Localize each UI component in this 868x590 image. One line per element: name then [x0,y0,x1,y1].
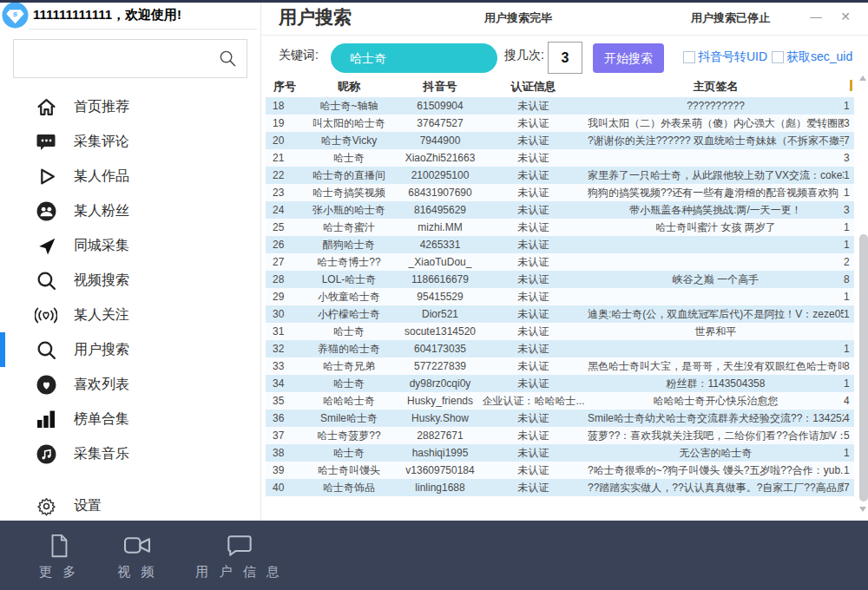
cell-clipped-value: 3 [844,204,854,216]
cell-nick: 哈士奇叫馒头 [297,463,401,478]
sidebar-item-video-search[interactable]: 视频搜索 [0,263,260,298]
cell-clipped-value: 1 [844,239,854,251]
sidebar-item-music[interactable]: 采集音乐 [0,436,260,471]
scroll-up-arrow-icon[interactable] [859,75,866,81]
search-toolbar: 关键词: 哈士奇 搜几次: 3 开始搜索 抖音号转UID 获取sec_uid [261,36,868,76]
cell-clipped-value: 1 [844,100,854,112]
bottombar-item-video[interactable]: 视 频 [117,531,157,580]
cell-nick: LOL-哈士奇 [297,272,401,287]
sidebar-item-likes[interactable]: 喜欢列表 [0,367,260,402]
cell-no: 40 [266,482,297,494]
sidebar-item-works[interactable]: 某人作品 [0,159,260,193]
table-row[interactable]: 25哈士奇蜜汁mizhi.MM未认证哈士奇叫蜜汁 女孩 两岁了1 [266,219,854,236]
cell-clipped-value: 1 [844,377,854,390]
table-row[interactable]: 32养猫的哈士奇604173035未认证1 [266,340,854,357]
column-header: 主页签名 [588,79,844,95]
table-row[interactable]: 20哈士奇Vicky7944900未认证?谢谢你的关注?????? 双血统哈士奇… [266,132,854,149]
keyword-input[interactable]: 哈士奇 [331,43,497,73]
table-row[interactable]: 36Smile哈士奇Husky.Show未认证Smile哈士奇幼犬哈士奇交流群养… [266,410,854,427]
sidebar-item-label: 设置 [74,497,102,515]
cell-clipped-value: 5 [844,429,854,442]
table-row[interactable]: 28LOL-哈士奇1186616679未认证峡谷之巅 一个高手8 [266,271,854,288]
table-row[interactable]: 22哈士奇的直播间2100295100未认证家里养了一只哈士奇，从此跟他较上劲了… [266,167,854,184]
sidebar-item-user-search[interactable]: 用户搜索 [0,332,260,367]
cell-sig: 黑色哈士奇叫大宝，是哥哥，天生没有双眼红色哈士奇叫... [588,359,844,374]
cell-cert: 未认证 [479,220,588,235]
cell-sig: 粉丝群：1143504358 [588,377,844,391]
table-row[interactable]: 19叫太阳的哈士奇37647527未认证我叫太阳（二）外表呆萌（傻）内心强大（彪… [266,115,854,132]
table-row[interactable]: 34哈士奇dy98rz0cqi0y未认证粉丝群：11435043581 [266,375,854,392]
cell-no: 18 [266,100,297,112]
main-panel: 用户搜索 用户搜索完毕 用户搜索已停止 — ✕ 关键词: 哈士奇 搜几次: 3 … [260,0,868,521]
table-row[interactable]: 24张小瓶的哈士奇816495629未认证带小瓶盖各种搞笑挑战:两/一天一更！3 [266,201,854,219]
cell-no: 27 [266,256,297,268]
sidebar-search-input[interactable] [13,39,247,78]
vertical-scrollbar-thumb[interactable] [859,234,868,502]
douyin-id-to-uid-checkbox[interactable] [683,51,695,63]
table-row[interactable]: 35哈哈哈士奇Husky_friends企业认证：哈哈哈士...哈哈哈士奇开心快… [266,392,854,410]
table-row[interactable]: 23哈士奇搞笑视频68431907690未认证狗狗的搞笑视频??还有一些有趣滑稽… [266,184,854,201]
navigation-icon [35,234,57,257]
table-row[interactable]: 30小柠檬哈士奇Dior521未认证迪奥:哈士奇(公，双血统冠军后代)不是阿拉！… [266,305,854,323]
search-count-input[interactable]: 3 [548,42,582,74]
table-body: 18哈士奇~轴轴61509904未认证??????????119叫太阳的哈士奇3… [266,97,854,496]
cell-nick: 叫太阳的哈士奇 [297,116,401,131]
cell-cert: 未认证 [479,116,588,131]
cell-sig: 迪奥:哈士奇(公，双血统冠军后代)不是阿拉！V：zeze052... [588,307,844,322]
cell-id: 4265331 [401,239,479,251]
table-row[interactable]: 18哈士奇~轴轴61509904未认证??????????1 [266,97,854,115]
cell-sig: ?谢谢你的关注?????? 双血统哈士奇妹妹（不拆家不撒手... [588,134,844,148]
cell-clipped-value: 1 [844,221,854,233]
cell-no: 37 [266,429,297,442]
cell-nick: 哈士奇蜜汁 [297,220,401,235]
bottombar-item-more[interactable]: 更 多 [39,531,79,580]
sidebar-item-settings[interactable]: 设置 [0,490,260,521]
sidebar-item-home[interactable]: 首页推荐 [0,89,260,124]
table-row[interactable]: 21哈士奇XiaoZhi521663未认证3 [266,149,854,167]
cell-id: 95415529 [401,291,479,303]
cell-no: 36 [266,412,297,424]
cell-nick: 哈士奇 [297,324,401,339]
sidebar-item-comments[interactable]: 采集评论 [0,124,260,159]
table-header-row: 序号昵称抖音号认证信息主页签名 [266,76,854,97]
cell-no: 32 [266,343,297,355]
cell-id: v13609750184 [401,464,479,476]
scroll-down-arrow-icon[interactable] [859,507,866,512]
cell-clipped-value: 1 [844,187,854,199]
table-row[interactable]: 37哈士奇菠萝??28827671未认证菠萝??：喜欢我就关注我吧，二给你们看?… [266,427,854,444]
cell-clipped-value: 7 [844,134,854,147]
scroll-right-arrow-icon[interactable] [828,431,833,438]
cell-cert: 未认证 [479,255,588,270]
table-row[interactable]: 33哈士奇兄弟577227839未认证黑色哈士奇叫大宝，是哥哥，天生没有双眼红色… [266,357,854,375]
sidebar-item-fans[interactable]: 某人粉丝 [0,193,260,228]
cell-clipped-value: 2 [844,256,854,268]
cell-id: 604173035 [401,343,479,355]
table-row[interactable]: 40哈士奇饰品linling1688未认证??踏踏实实做人，??认认真真做事。?… [266,479,854,496]
chat-bubble-icon [227,531,253,560]
sidebar-item-city[interactable]: 同城采集 [0,228,260,263]
cell-cert: 未认证 [479,446,588,461]
table-row[interactable]: 29小牧童哈士奇95415529未认证1 [266,288,854,305]
table-row[interactable]: 39哈士奇叫馒头v13609750184未认证?哈士奇很乖的~?狗子叫馒头 馒头… [266,462,854,479]
cell-no: 25 [266,221,297,233]
table-row[interactable]: 27哈士奇博士??_XiaoTuDou_未认证2 [266,253,854,271]
sidebar-item-label: 喜欢列表 [74,376,129,394]
broadcast-heart-icon [35,304,57,326]
close-button[interactable]: ✕ [836,7,855,26]
video-icon [123,531,152,560]
table-row[interactable]: 31哈士奇socute1314520未认证世界和平 [266,323,854,340]
start-search-button[interactable]: 开始搜索 [593,43,664,73]
table-row[interactable]: 26醋狗哈士奇4265331未认证1 [266,236,854,253]
cell-id: 68431907690 [401,187,479,199]
sidebar-item-follows[interactable]: 某人关注 [0,298,260,332]
cell-id: _XiaoTuDou_ [401,256,479,268]
cell-cert: 未认证 [479,186,588,200]
table-row[interactable]: 38哈士奇hashiqi1995未认证无公害的哈士奇1 [266,444,854,462]
cell-cert: 未认证 [479,307,588,322]
get-sec-uid-checkbox[interactable] [772,51,784,63]
sidebar-item-rankings[interactable]: 榜单合集 [0,402,260,436]
vertical-scrollbar[interactable] [858,74,868,514]
minimize-button[interactable]: — [806,7,825,26]
column-header: 抖音号 [401,79,479,95]
bottombar-item-user-info[interactable]: 用 户 信 息 [195,531,283,580]
